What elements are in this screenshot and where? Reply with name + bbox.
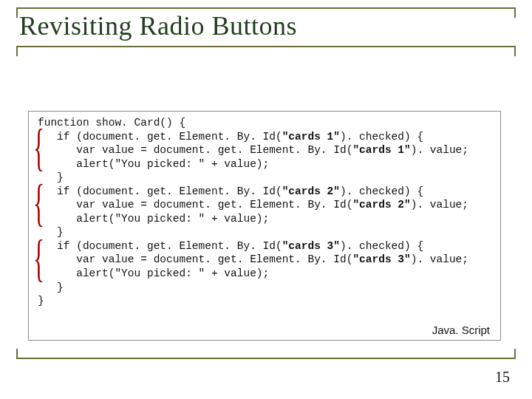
code-line: ). value; bbox=[411, 253, 468, 265]
page-number: 15 bbox=[495, 369, 510, 386]
code-id: "cards 3" bbox=[282, 240, 340, 252]
tick-icon bbox=[16, 7, 18, 18]
code-line: var value = document. get. Element. By. … bbox=[38, 253, 352, 265]
code-line: var value = document. get. Element. By. … bbox=[38, 199, 352, 211]
code-id: "cards 2" bbox=[352, 199, 410, 211]
top-rule bbox=[16, 7, 516, 9]
code-line: if (document. get. Element. By. Id( bbox=[38, 131, 282, 143]
tick-icon bbox=[514, 46, 516, 56]
code-line: if (document. get. Element. By. Id( bbox=[38, 185, 282, 197]
code-line: alert("You picked: " + value); bbox=[38, 213, 269, 225]
code-line: var value = document. get. Element. By. … bbox=[38, 144, 352, 156]
code-line: ). value; bbox=[411, 144, 468, 156]
code-id: "cards 3" bbox=[352, 253, 410, 265]
brace-icon: { bbox=[33, 177, 44, 229]
brace-icon: { bbox=[33, 233, 44, 284]
code-id: "cards 1" bbox=[282, 131, 340, 143]
code-line: } bbox=[38, 295, 44, 307]
code-box: function show. Card() { if (document. ge… bbox=[28, 111, 501, 341]
slide-title: Revisiting Radio Buttons bbox=[19, 10, 297, 41]
code-line: function show. Card() { bbox=[38, 117, 185, 129]
code-line: ). value; bbox=[411, 199, 468, 211]
tick-icon bbox=[16, 349, 18, 359]
tick-icon bbox=[514, 7, 516, 18]
code-line: ). checked) { bbox=[340, 131, 423, 143]
tick-icon bbox=[514, 349, 516, 359]
code-id: "cards 1" bbox=[352, 144, 410, 156]
code-line: ). checked) { bbox=[340, 185, 423, 197]
code-line: if (document. get. Element. By. Id( bbox=[38, 240, 282, 252]
brace-icon: { bbox=[33, 122, 44, 174]
code-line: alert("You picked: " + value); bbox=[38, 158, 269, 170]
slide: Revisiting Radio Buttons function show. … bbox=[0, 0, 532, 399]
title-underline bbox=[16, 46, 516, 47]
language-label: Java. Script bbox=[432, 323, 490, 337]
code-line: ). checked) { bbox=[340, 240, 423, 252]
bottom-rule bbox=[16, 358, 516, 359]
code-id: "cards 2" bbox=[282, 185, 340, 197]
code-line: alert("You picked: " + value); bbox=[38, 267, 269, 279]
tick-icon bbox=[16, 46, 18, 56]
